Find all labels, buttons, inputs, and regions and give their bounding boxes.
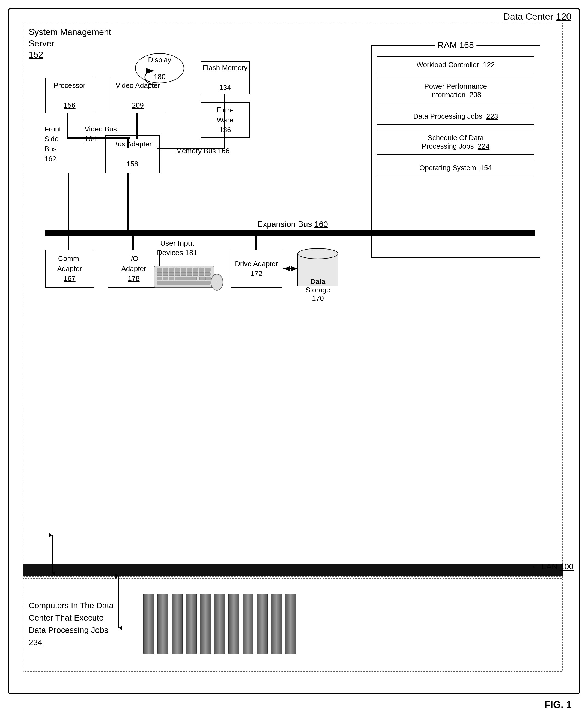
vbus-v xyxy=(136,113,138,139)
svg-rect-16 xyxy=(187,273,192,276)
svg-rect-12 xyxy=(163,273,168,276)
fsb-h-connector xyxy=(67,137,130,139)
svg-rect-5 xyxy=(175,268,180,272)
svg-rect-18 xyxy=(199,273,204,276)
processor-box: Processor 156 xyxy=(45,78,94,113)
svg-rect-9 xyxy=(199,268,204,272)
svg-rect-25 xyxy=(206,277,210,280)
data-center-label: Data Center 120 xyxy=(501,11,573,22)
expbus-to-drive xyxy=(255,237,257,250)
expansion-bus-bar xyxy=(45,231,535,237)
drive-storage-arrow xyxy=(282,265,299,272)
ram-item-schedule: Schedule Of DataProcessing Jobs 224 xyxy=(377,130,534,155)
ram-item-power: Power PerformanceInformation 208 xyxy=(377,78,534,103)
fsb-connector xyxy=(67,113,68,138)
svg-rect-14 xyxy=(175,273,180,276)
lan-container: ← LAN 100 xyxy=(9,560,579,576)
cylinder-icon: DataStorage170 xyxy=(297,248,338,292)
lan-label: ← LAN 100 xyxy=(531,562,573,571)
mbus-v1 xyxy=(224,94,225,149)
svg-rect-8 xyxy=(193,268,198,272)
svg-rect-24 xyxy=(200,277,204,280)
svg-rect-22 xyxy=(169,277,174,280)
comm-adapter-box: Comm.Adapter167 xyxy=(45,249,94,288)
page: Data Center 120 System ManagementServer1… xyxy=(0,0,588,716)
lan-bar xyxy=(23,564,563,576)
svg-rect-11 xyxy=(157,273,162,276)
computers-label: Computers In The DataCenter That Execute… xyxy=(29,599,132,648)
data-storage: DataStorage170 xyxy=(296,247,340,293)
svg-rect-21 xyxy=(163,277,168,280)
expbus-to-io xyxy=(132,237,134,250)
svg-rect-19 xyxy=(205,273,210,276)
user-input-label: User InputDevices 181 xyxy=(157,239,197,258)
svg-rect-26 xyxy=(157,281,210,284)
svg-rect-17 xyxy=(193,273,198,276)
mbus-h xyxy=(157,148,225,149)
video-bus-label: Video Bus164 xyxy=(85,124,117,144)
svg-rect-23 xyxy=(175,277,197,280)
svg-rect-10 xyxy=(205,268,210,272)
flash-memory-box: Flash Memory 134 xyxy=(201,61,250,94)
bus-v-connector xyxy=(127,138,129,148)
ba-to-expbus xyxy=(127,173,129,232)
ram-label: RAM 168 xyxy=(435,40,477,50)
server-rack-icon xyxy=(143,594,296,654)
drive-adapter-box: Drive Adapter172 xyxy=(231,249,282,288)
comm-to-lan-arrow xyxy=(49,533,56,576)
data-center-box: Data Center 120 System ManagementServer1… xyxy=(8,8,580,694)
svg-rect-7 xyxy=(187,268,192,272)
svg-rect-3 xyxy=(163,268,168,272)
ram-item-workload: Workload Controller 122 xyxy=(377,57,534,73)
keyboard-icon xyxy=(151,258,228,293)
front-side-bus-label: FrontSideBus162 xyxy=(44,124,61,164)
sms-box: System ManagementServer152 RAM 168 Workl… xyxy=(23,23,563,579)
svg-rect-20 xyxy=(157,277,162,280)
ram-item-os: Operating System 154 xyxy=(377,159,534,176)
expbus-up-comm xyxy=(68,173,69,231)
svg-rect-13 xyxy=(169,273,174,276)
fig-label: FIG. 1 xyxy=(544,699,572,711)
computers-box: Computers In The DataCenter That Execute… xyxy=(23,576,563,672)
expansion-bus-label: Expansion Bus 160 xyxy=(257,220,328,229)
svg-rect-4 xyxy=(169,268,174,272)
svg-rect-6 xyxy=(181,268,186,272)
ram-box: RAM 168 Workload Controller 122 Power Pe… xyxy=(371,45,540,258)
ram-item-dpj: Data Processing Jobs 223 xyxy=(377,108,534,125)
svg-rect-2 xyxy=(157,268,162,272)
svg-rect-15 xyxy=(181,273,186,276)
sms-label: System ManagementServer152 xyxy=(29,26,111,61)
expbus-to-comm xyxy=(68,237,69,250)
display-arrow xyxy=(138,65,170,88)
